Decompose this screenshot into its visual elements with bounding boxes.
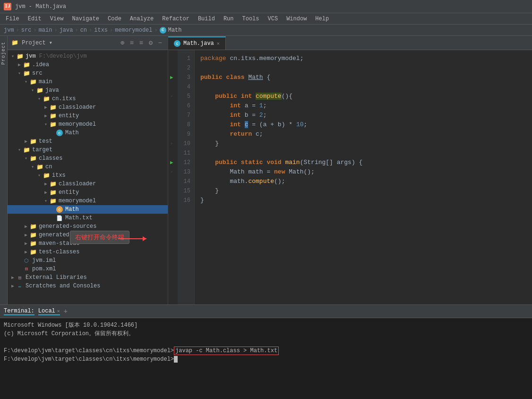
- src-folder-icon: 📁: [23, 69, 30, 77]
- terminal-line-2: (c) Microsoft Corporation。保留所有权利。: [4, 330, 528, 338]
- app-icon: IJ: [4, 3, 11, 10]
- tab-math-java[interactable]: C Math.java ✕: [168, 36, 226, 50]
- main-folder-icon: 📁: [29, 78, 37, 86]
- menu-code[interactable]: Code: [104, 15, 125, 23]
- gutter: ▶ ◦ ◦ ▶ ◦: [168, 50, 178, 304]
- menu-navigate[interactable]: Navigate: [68, 15, 103, 23]
- tree-item-math-class[interactable]: ▶ C Math: [8, 205, 168, 214]
- classes-folder-icon: 📁: [29, 155, 37, 162]
- breadcrumb-src[interactable]: src: [21, 27, 32, 34]
- classloader-folder-icon: 📁: [49, 104, 57, 111]
- code-view[interactable]: ▶ ◦ ◦ ▶ ◦ 1 2 3 4 5 6 7 8 9: [168, 50, 532, 304]
- iml-icon: ⬡: [23, 257, 30, 264]
- menu-edit[interactable]: Edit: [24, 15, 45, 23]
- test-folder-icon: 📁: [29, 138, 37, 145]
- menu-view[interactable]: View: [46, 15, 68, 23]
- tooltip-arrow: [118, 238, 146, 239]
- menu-run[interactable]: Run: [220, 15, 238, 23]
- target-folder-icon: 📁: [23, 146, 30, 154]
- tree-item-idea[interactable]: ▶ 📁 .idea: [8, 61, 168, 69]
- tree-item-memorymodel[interactable]: ▾ 📁 memorymodel: [8, 120, 168, 129]
- terminal-line-5: F:\develop\jvm\target\classes\cn\itxs\me…: [4, 355, 528, 364]
- breadcrumb-itxs[interactable]: itxs: [94, 27, 108, 34]
- terminal-cursor: [174, 356, 178, 363]
- terminal-area: Terminal: Local ✕ + Microsoft Windows [版…: [0, 304, 532, 399]
- terminal-local-tab[interactable]: Local ✕: [38, 308, 60, 315]
- tree-item-cn-itxs[interactable]: ▾ 📁 cn.itxs: [8, 95, 168, 103]
- breadcrumb-cn[interactable]: cn: [80, 27, 87, 34]
- tree-item-main[interactable]: ▾ 📁 main: [8, 78, 168, 86]
- terminal-close-button[interactable]: ✕: [57, 308, 60, 314]
- test-classes-icon: 📁: [29, 248, 37, 256]
- menu-help[interactable]: Help: [311, 15, 333, 23]
- tree-item-classes[interactable]: ▾ 📁 classes: [8, 154, 168, 163]
- terminal-line-4: F:\develop\jvm\target\classes\cn\itxs\me…: [4, 347, 528, 355]
- tree-item-classloader-target[interactable]: ▶ 📁 classloader: [8, 180, 168, 188]
- gen-sources-icon: 📁: [29, 223, 37, 230]
- terminal-tab-label: Terminal:: [4, 308, 34, 315]
- code-content[interactable]: package cn.itxs.memorymodel; public clas…: [195, 50, 532, 304]
- tree-item-math-src[interactable]: ▶ C Math: [8, 129, 168, 137]
- menu-refactor[interactable]: Refactor: [158, 15, 193, 23]
- menu-file[interactable]: File: [2, 15, 23, 23]
- close-icon[interactable]: −: [156, 39, 164, 47]
- tree-item-test[interactable]: ▶ 📁 test: [8, 137, 168, 146]
- tree-item-scratches[interactable]: ▶ ✏ Scratches and Consoles: [8, 282, 168, 290]
- tree-item-target[interactable]: ▾ 📁 target: [8, 146, 168, 154]
- entity-folder-icon: 📁: [49, 112, 57, 120]
- tree-item-external-libs[interactable]: ▶ ⊞ External Libraries: [8, 273, 168, 282]
- math-class-icon: C: [160, 27, 166, 34]
- tree-item-itxs-target[interactable]: ▾ 📁 itxs: [8, 171, 168, 180]
- menu-vcs[interactable]: VCS: [264, 15, 282, 23]
- tree-item-math-txt[interactable]: ▶ 📄 Math.txt: [8, 214, 168, 222]
- locate-icon[interactable]: ⊕: [119, 39, 126, 47]
- scratches-icon: ✏: [16, 282, 24, 290]
- breadcrumb-java[interactable]: java: [60, 27, 73, 34]
- breadcrumb-jvm[interactable]: jvm: [4, 27, 14, 34]
- tree-item-jvm[interactable]: ▾ 📁 jvm F:\develop\jvm: [8, 52, 168, 61]
- pom-icon: m: [23, 265, 30, 273]
- tree-item-memorymodel-target[interactable]: ▾ 📁 memorymodel: [8, 197, 168, 205]
- left-strip: Project: [0, 36, 8, 304]
- menu-tools[interactable]: Tools: [239, 15, 263, 23]
- breadcrumb-memorymodel[interactable]: memorymodel: [115, 27, 152, 34]
- lib-icon: ⊞: [16, 274, 24, 281]
- title-bar: IJ jvm - Math.java: [0, 0, 532, 13]
- terminal-add-button[interactable]: +: [64, 308, 68, 315]
- tree-item-pom-xml[interactable]: ▶ m pom.xml: [8, 265, 168, 273]
- terminal-line-1: Microsoft Windows [版本 10.0.19042.1466]: [4, 321, 528, 330]
- jvm-folder-icon: 📁: [16, 52, 24, 60]
- expand-icon[interactable]: ≡: [137, 39, 145, 47]
- tree-item-test-classes[interactable]: ▶ 📁 test-classes: [8, 248, 168, 256]
- editor-area: C Math.java ✕ ▶ ◦ ◦ ▶ ◦: [168, 36, 532, 304]
- menu-bar: File Edit View Navigate Code Analyze Ref…: [0, 13, 532, 25]
- terminal-command: javap -c Math.class > Math.txt: [174, 347, 279, 355]
- tab-icon: C: [174, 40, 180, 47]
- tree-item-jvm-iml[interactable]: ▶ ⬡ jvm.iml: [8, 256, 168, 265]
- menu-window[interactable]: Window: [283, 15, 310, 23]
- cn-target-folder-icon: 📁: [36, 163, 43, 171]
- tree-item-src[interactable]: ▾ 📁 src: [8, 69, 168, 78]
- project-header-icons: ⊕ ≡ ≡ ⚙ −: [119, 39, 164, 47]
- tree-item-generated-sources[interactable]: ▶ 📁 generated-sources: [8, 222, 168, 231]
- tree-item-entity-target[interactable]: ▶ 📁 entity: [8, 188, 168, 197]
- java-folder-icon: 📁: [36, 87, 43, 94]
- terminal-content[interactable]: Microsoft Windows [版本 10.0.19042.1466] (…: [0, 318, 532, 399]
- tree-item-java[interactable]: ▾ 📁 java: [8, 86, 168, 95]
- settings-icon[interactable]: ⚙: [147, 39, 154, 47]
- tree-item-classloader[interactable]: ▶ 📁 classloader: [8, 103, 168, 112]
- menu-analyze[interactable]: Analyze: [126, 15, 157, 23]
- line-numbers: 1 2 3 4 5 6 7 8 9 10 11 12 13 14 15 16: [178, 50, 195, 304]
- math-txt-icon: 📄: [56, 214, 63, 222]
- tab-close-button[interactable]: ✕: [217, 41, 220, 46]
- maven-status-icon: 📁: [29, 240, 37, 247]
- breadcrumb-main[interactable]: main: [39, 27, 52, 34]
- tree-item-cn-target[interactable]: ▾ 📁 cn: [8, 163, 168, 171]
- tree-item-entity[interactable]: ▶ 📁 entity: [8, 112, 168, 120]
- breadcrumb-math[interactable]: Math: [168, 27, 182, 34]
- project-header-title: 📁 Project ▾: [11, 39, 116, 46]
- terminal-tabs: Terminal: Local ✕ +: [0, 305, 532, 318]
- collapse-icon[interactable]: ≡: [128, 39, 136, 47]
- menu-build[interactable]: Build: [194, 15, 219, 23]
- tooltip-popup: 右键打开命令终端: [70, 231, 129, 244]
